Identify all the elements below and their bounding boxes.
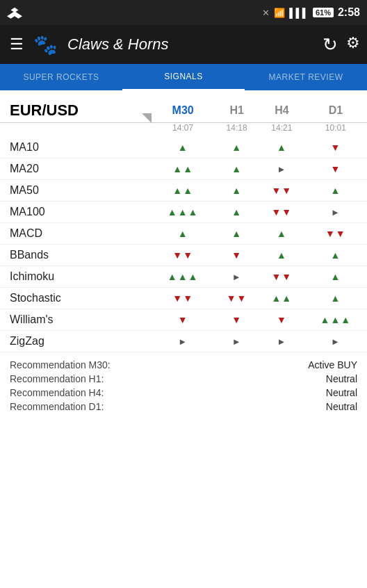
signal-cell: ▲ <box>304 180 367 202</box>
table-row: ZigZag►►►► <box>0 331 367 352</box>
rec-label: Recommendation H4: <box>10 387 104 398</box>
pair-header: EUR/USD <box>0 90 152 123</box>
status-time: 2:58 <box>338 6 360 19</box>
signal-cell: ▲▲ <box>152 158 214 180</box>
tab-market-review[interactable]: MARKET REVIEW <box>245 64 367 90</box>
signal-cell: ▲▲▲ <box>304 309 367 331</box>
signal-cell: ▲▲ <box>152 180 214 202</box>
signal-cell: ▼ <box>304 158 367 180</box>
indicator-label: William's <box>0 309 152 331</box>
signal-cell: ► <box>304 202 367 223</box>
table-row: BBands▼▼▼▲▲ <box>0 245 367 266</box>
signal-cell: ► <box>214 331 259 352</box>
signal-cell: ▼▼ <box>152 245 214 266</box>
tab-bar: SUPER ROCKETS SIGNALS MARKET REVIEW <box>0 64 367 90</box>
table-header-row: EUR/USD M30 H1 H4 D1 <box>0 90 367 123</box>
indicator-label: BBands <box>0 245 152 266</box>
indicator-label: MA20 <box>0 158 152 180</box>
signal-cell: ▼▼ <box>259 266 304 288</box>
signal-cell: ▼▼ <box>259 202 304 223</box>
indicator-label: ZigZag <box>0 331 152 352</box>
signal-cell: ▲ <box>214 180 259 202</box>
rec-value: Neutral <box>326 387 357 398</box>
app-logo-icon: 🐾 <box>33 33 58 56</box>
indicator-label: Stochastic <box>0 288 152 309</box>
signal-cell: ► <box>152 331 214 352</box>
hamburger-menu[interactable]: ☰ <box>7 33 26 56</box>
signal-cell: ▼▼ <box>259 180 304 202</box>
time-d1: 10:01 <box>304 123 367 138</box>
signal-cell: ▲ <box>214 223 259 245</box>
signal-cell: ▼▼ <box>304 223 367 245</box>
main-content: EUR/USD M30 H1 H4 D1 14:07 14:18 14:21 1… <box>0 90 367 416</box>
signal-cross-icon: ✕ <box>262 8 270 18</box>
signal-cell: ▼ <box>259 309 304 331</box>
recommendation-row: Recommendation H4:Neutral <box>10 386 357 400</box>
table-row: MA100▲▲▲▲▼▼► <box>0 202 367 223</box>
col-header-h4: H4 <box>259 90 304 123</box>
signal-cell: ▲ <box>304 266 367 288</box>
signal-cell: ▲ <box>152 223 214 245</box>
time-m30: 14:07 <box>152 123 214 138</box>
signal-cell: ▲ <box>304 288 367 309</box>
dropbox-icon <box>7 5 22 20</box>
signal-cell: ▼▼ <box>214 288 259 309</box>
time-h1: 14:18 <box>214 123 259 138</box>
signal-cell: ▲ <box>214 202 259 223</box>
signal-cell: ▲ <box>304 245 367 266</box>
time-h4: 14:21 <box>259 123 304 138</box>
rec-value: Neutral <box>326 373 357 384</box>
signal-cell: ► <box>259 331 304 352</box>
indicator-label: MACD <box>0 223 152 245</box>
signal-tbody: MA10▲▲▲▼MA20▲▲▲►▼MA50▲▲▲▼▼▲MA100▲▲▲▲▼▼►M… <box>0 137 367 352</box>
recommendation-row: Recommendation H1:Neutral <box>10 372 357 386</box>
wifi-icon: 📶 <box>274 8 285 18</box>
signal-cell: ▲ <box>259 137 304 158</box>
signal-cell: ► <box>304 331 367 352</box>
rec-label: Recommendation M30: <box>10 359 111 370</box>
recommendation-row: Recommendation M30:Active BUY <box>10 358 357 372</box>
indicator-label: MA100 <box>0 202 152 223</box>
time-row: 14:07 14:18 14:21 10:01 <box>0 123 367 138</box>
status-bar: ✕ 📶 ▌▌▌ 61% 2:58 <box>0 0 367 25</box>
table-row: MACD▲▲▲▼▼ <box>0 223 367 245</box>
top-nav: ☰ 🐾 Claws & Horns ↻ ⚙ <box>0 25 367 64</box>
table-row: MA50▲▲▲▼▼▲ <box>0 180 367 202</box>
table-row: Stochastic▼▼▼▼▲▲▲ <box>0 288 367 309</box>
recommendations: Recommendation M30:Active BUYRecommendat… <box>0 352 367 416</box>
recommendation-row: Recommendation D1:Neutral <box>10 400 357 414</box>
signal-cell: ▲ <box>152 137 214 158</box>
rec-label: Recommendation H1: <box>10 373 104 384</box>
col-header-h1: H1 <box>214 90 259 123</box>
signal-cell: ▼ <box>214 309 259 331</box>
indicator-label: MA10 <box>0 137 152 158</box>
signal-cell: ▼ <box>214 245 259 266</box>
signal-cell: ▼ <box>304 137 367 158</box>
signal-cell: ▲ <box>214 137 259 158</box>
signal-cell: ► <box>259 158 304 180</box>
signal-cell: ▲▲ <box>259 288 304 309</box>
col-header-d1: D1 <box>304 90 367 123</box>
rec-label: Recommendation D1: <box>10 401 104 412</box>
rec-value: Active BUY <box>308 359 357 370</box>
signal-cell: ▼ <box>152 309 214 331</box>
battery-badge: 61% <box>313 8 334 17</box>
refresh-button[interactable]: ↻ <box>323 34 338 56</box>
signal-table: EUR/USD M30 H1 H4 D1 14:07 14:18 14:21 1… <box>0 90 367 352</box>
cell-signal-icon: ▌▌▌ <box>289 8 309 18</box>
tab-signals[interactable]: SIGNALS <box>122 64 245 90</box>
col-header-m30: M30 <box>152 90 214 123</box>
table-row: MA20▲▲▲►▼ <box>0 158 367 180</box>
signal-cell: ▼▼ <box>152 288 214 309</box>
signal-cell: ► <box>214 266 259 288</box>
settings-button[interactable]: ⚙ <box>346 34 360 56</box>
indicator-label: MA50 <box>0 180 152 202</box>
signal-cell: ▲▲▲ <box>152 266 214 288</box>
table-row: Ichimoku▲▲▲►▼▼▲ <box>0 266 367 288</box>
table-row: MA10▲▲▲▼ <box>0 137 367 158</box>
signal-cell: ▲ <box>259 245 304 266</box>
tab-super-rockets[interactable]: SUPER ROCKETS <box>0 64 122 90</box>
indicator-label: Ichimoku <box>0 266 152 288</box>
signal-cell: ▲ <box>214 158 259 180</box>
signal-cell: ▲ <box>259 223 304 245</box>
